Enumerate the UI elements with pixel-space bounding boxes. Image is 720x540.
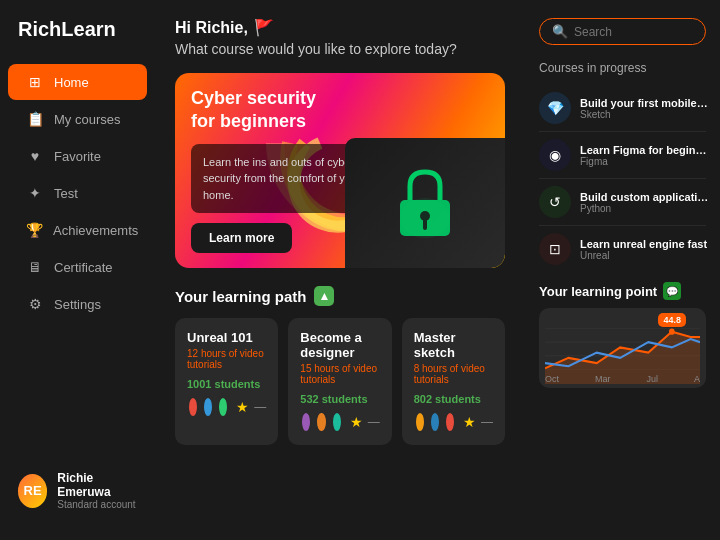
greeting: Hi Richie,	[175, 19, 248, 37]
nav-label: Achievememts	[53, 223, 138, 238]
nav-list: ⊞Home📋My courses♥Favorite✦Test🏆Achieveme…	[0, 63, 155, 323]
learning-point-section: Your learning point 💬 44.8 Oct	[539, 282, 706, 388]
mini-avatar	[414, 411, 426, 433]
mini-avatar	[187, 396, 199, 418]
avatars-row: ★ —	[300, 411, 379, 433]
progress-item-0[interactable]: 💎 Build your first mobile ap Sketch	[539, 85, 706, 132]
course-hours: 15 hours of video tutorials	[300, 363, 379, 385]
chart-area: 44.8 Oct Mar Jul A	[539, 308, 706, 388]
progress-title: Learn Figma for beginner	[580, 144, 710, 156]
nav-label: Home	[54, 75, 89, 90]
progress-icon: 💎	[539, 92, 571, 124]
bookmark-icon: —	[368, 415, 380, 429]
course-card-0[interactable]: Unreal 101 12 hours of video tutorials 1…	[175, 318, 278, 445]
learning-path-title: Your learning path ▲	[175, 286, 505, 306]
course-card-2[interactable]: Master sketch 8 hours of video tutorials…	[402, 318, 505, 445]
progress-title: Build custom applications	[580, 191, 710, 203]
main-header: Hi Richie, 🚩	[175, 18, 505, 37]
padlock-icon	[380, 158, 470, 248]
progress-item-2[interactable]: ↺ Build custom applications Python	[539, 179, 706, 226]
progress-info: Learn unreal engine fast Unreal	[580, 238, 707, 261]
mini-avatar	[331, 411, 343, 433]
course-card-1[interactable]: Become a designer 15 hours of video tuto…	[288, 318, 391, 445]
main-content: Hi Richie, 🚩 What course would you like …	[155, 0, 525, 540]
sidebar-item-settings[interactable]: ⚙Settings	[8, 286, 147, 322]
progress-icon: ⊡	[539, 233, 571, 265]
user-info: Richie Emeruwa Standard account	[57, 471, 137, 510]
sidebar-item-achievements[interactable]: 🏆Achievememts	[8, 212, 147, 248]
hero-image	[345, 138, 505, 268]
progress-item-1[interactable]: ◉ Learn Figma for beginner Figma	[539, 132, 706, 179]
progress-list: 💎 Build your first mobile ap Sketch ◉ Le…	[539, 85, 706, 272]
course-students: 802 students	[414, 393, 493, 405]
achievements-icon: 🏆	[26, 222, 43, 238]
right-panel: 🔍 Courses in progress 💎 Build your first…	[525, 0, 720, 540]
course-students: 1001 students	[187, 378, 266, 390]
learning-path-label: Your learning path	[175, 288, 306, 305]
certificate-icon: 🖥	[26, 259, 44, 275]
user-role: Standard account	[57, 499, 137, 510]
search-box[interactable]: 🔍	[539, 18, 706, 45]
courses-progress-title: Courses in progress	[539, 61, 706, 75]
main-subtitle: What course would you like to explore to…	[175, 41, 505, 57]
progress-info: Learn Figma for beginner Figma	[580, 144, 710, 167]
user-profile: RE Richie Emeruwa Standard account	[0, 459, 155, 522]
progress-icon: ◉	[539, 139, 571, 171]
sidebar-item-home[interactable]: ⊞Home	[8, 64, 147, 100]
progress-title: Build your first mobile ap	[580, 97, 710, 109]
svg-point-8	[669, 329, 675, 335]
progress-subtitle: Figma	[580, 156, 710, 167]
course-cards: Unreal 101 12 hours of video tutorials 1…	[175, 318, 505, 445]
lp-icon: 💬	[663, 282, 681, 300]
progress-item-3[interactable]: ⊡ Learn unreal engine fast Unreal	[539, 226, 706, 272]
sidebar-item-certificate[interactable]: 🖥Certificate	[8, 249, 147, 285]
chart-label-oct: Oct	[545, 374, 559, 384]
sidebar: RichLearn ⊞Home📋My courses♥Favorite✦Test…	[0, 0, 155, 540]
learning-path-icon: ▲	[314, 286, 334, 306]
learning-point-title: Your learning point 💬	[539, 282, 706, 300]
progress-subtitle: Sketch	[580, 109, 710, 120]
sidebar-item-my-courses[interactable]: 📋My courses	[8, 101, 147, 137]
mini-avatar	[444, 411, 456, 433]
course-hours: 12 hours of video tutorials	[187, 348, 266, 370]
settings-icon: ⚙	[26, 296, 44, 312]
test-icon: ✦	[26, 185, 44, 201]
mini-avatar	[202, 396, 214, 418]
progress-info: Build your first mobile ap Sketch	[580, 97, 710, 120]
star-icon: ★	[236, 399, 249, 415]
hero-title: Cyber securityfor beginners	[191, 87, 376, 134]
progress-info: Build custom applications Python	[580, 191, 710, 214]
course-title: Become a designer	[300, 330, 379, 360]
progress-title: Learn unreal engine fast	[580, 238, 707, 250]
chart-label-a: A	[694, 374, 700, 384]
nav-label: My courses	[54, 112, 120, 127]
chart-label-jul: Jul	[646, 374, 658, 384]
tooltip-badge: 44.8	[658, 313, 686, 327]
hero-desc: Learn the ins and outs of cyber security…	[203, 154, 364, 204]
course-hours: 8 hours of video tutorials	[414, 363, 493, 385]
chart-labels: Oct Mar Jul A	[545, 374, 700, 384]
sidebar-item-test[interactable]: ✦Test	[8, 175, 147, 211]
favorite-icon: ♥	[26, 148, 44, 164]
mini-avatar	[429, 411, 441, 433]
nav-label: Certificate	[54, 260, 113, 275]
progress-subtitle: Python	[580, 203, 710, 214]
search-input[interactable]	[574, 25, 693, 39]
avatar: RE	[18, 474, 47, 508]
course-title: Unreal 101	[187, 330, 266, 345]
course-title: Master sketch	[414, 330, 493, 360]
search-icon: 🔍	[552, 24, 568, 39]
star-icon: ★	[463, 414, 476, 430]
avatars-row: ★ —	[187, 396, 266, 418]
hero-banner: Cyber securityfor beginners Learn the in…	[175, 73, 505, 268]
my-courses-icon: 📋	[26, 111, 44, 127]
nav-label: Test	[54, 186, 78, 201]
flag-icon: 🚩	[254, 18, 274, 37]
progress-icon: ↺	[539, 186, 571, 218]
mini-avatar	[315, 411, 327, 433]
logo: RichLearn	[0, 18, 155, 63]
learn-more-button[interactable]: Learn more	[191, 223, 292, 253]
mini-avatar	[300, 411, 312, 433]
sidebar-item-favorite[interactable]: ♥Favorite	[8, 138, 147, 174]
home-icon: ⊞	[26, 74, 44, 90]
